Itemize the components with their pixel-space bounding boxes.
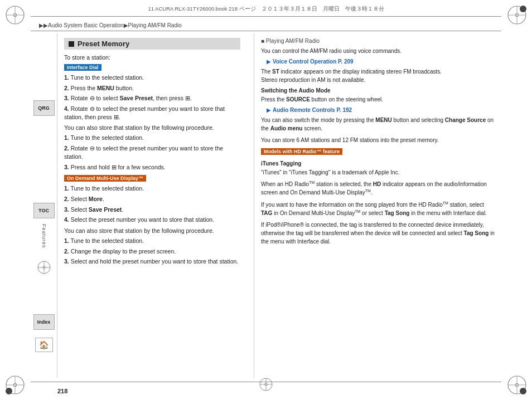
svg-point-13 (6, 388, 12, 394)
left-column: Preset Memory To store a station: Interf… (57, 33, 247, 378)
corner-decoration-br (506, 374, 528, 396)
interface-dial-badge: Interface Dial (64, 64, 101, 71)
link-arrow-icon: ▶ (267, 58, 271, 65)
home-icon-btn[interactable]: 🏠 (35, 338, 53, 352)
header-divider (31, 31, 501, 31)
file-info-text: 11 ACURA RLX-31TY26000.book 218 ページ ２０１３… (148, 6, 384, 12)
step-od-1: 1. Tune to the selected station. (64, 184, 240, 193)
sidebar-qrg-btn[interactable]: QRG (33, 100, 55, 116)
left-sidebar: QRG TOC Features Index 🏠 (31, 33, 57, 378)
voice-control-link[interactable]: ▶ Voice Control Operation P. 209 (267, 58, 495, 65)
step-also-3: 3. Press and hold ⊞ for a few seconds. (64, 163, 240, 172)
step-also2-2: 2. Change the display to the preset scre… (64, 247, 240, 256)
step-id-1: 1. Tune to the selected station. (64, 74, 240, 82)
audio-remote-link[interactable]: ▶ Audio Remote Controls P. 192 (267, 107, 495, 113)
also-text-1: You can also store that station by the f… (64, 124, 240, 131)
on-demand-badge: On Demand Multi-Use Display™ (64, 175, 146, 182)
step-od-4: 4. Select the preset number you want to … (64, 216, 240, 224)
step-od-2: 2. Select More. (64, 195, 240, 203)
corner-decoration-bl (4, 374, 26, 396)
step-also-1: 1. Tune to the selected station. (64, 134, 240, 142)
itunes-para3: If you want to have the information on t… (261, 201, 495, 218)
breadcrumb: ▶▶Audio System Basic Operation▶Playing A… (39, 22, 182, 28)
right-para1: You can control the AM/FM radio using vo… (261, 47, 495, 55)
heading-square-icon (69, 41, 74, 47)
center-bottom-crosshair (258, 377, 274, 393)
hd-radio-badge: Models with HD Radio™ feature (261, 148, 342, 155)
page-number: 218 (57, 388, 67, 394)
right-para5: You can store 6 AM stations and 12 FM st… (261, 136, 495, 144)
corner-decoration-tl (4, 4, 26, 26)
crosshair-icon (36, 260, 52, 275)
intro-text: To store a station: (64, 54, 240, 61)
svg-point-8 (520, 6, 526, 12)
sidebar-toc-btn[interactable]: TOC (33, 203, 55, 218)
svg-point-18 (520, 388, 526, 394)
link-arrow-icon2: ▶ (267, 107, 271, 113)
right-column: ■ Playing AM/FM Radio You can control th… (254, 33, 501, 378)
voice-control-link-text: Voice Control Operation P. 209 (273, 58, 354, 65)
step-also-2: 2. Rotate ⊖ to select the preset number … (64, 144, 240, 160)
step-also2-1: 1. Tune to the selected station. (64, 237, 240, 245)
itunes-para1: "iTunes" in "iTunes Tagging" is a tradem… (261, 168, 495, 177)
corner-decoration-tr (506, 4, 528, 26)
preset-memory-heading: Preset Memory (64, 38, 240, 50)
right-col-heading: ■ Playing AM/FM Radio (261, 38, 495, 44)
right-para2a: The ST indicator appears on the display … (261, 67, 495, 84)
step-id-4: 4. Rotate ⊖ to select the preset number … (64, 105, 240, 121)
file-info-bar: 11 ACURA RLX-31TY26000.book 218 ページ ２０１３… (31, 6, 501, 17)
step-id-2: 2. Press the MENU button. (64, 84, 240, 92)
audio-remote-link-text: Audio Remote Controls P. 192 (273, 107, 352, 113)
right-para3: Press the SOURCE button on the steering … (261, 95, 495, 104)
right-para4: You can also switch the mode by pressing… (261, 116, 495, 133)
also-text-2: You can also store that station by the f… (64, 227, 240, 234)
step-od-3: 3. Select Save Preset. (64, 206, 240, 214)
sidebar-features-label: Features (41, 224, 47, 248)
sidebar-index-btn[interactable]: Index (33, 314, 55, 330)
itunes-para4: If iPod®/iPhone® is connected, the tag i… (261, 221, 495, 246)
itunes-para2: When an HD RadioTM station is selected, … (261, 180, 495, 197)
main-content: Preset Memory To store a station: Interf… (57, 33, 501, 378)
itunes-tagging-heading: iTunes Tagging (261, 160, 495, 167)
step-also2-3: 3. Select and hold the preset number you… (64, 257, 240, 266)
switching-audio-mode-heading: Switching the Audio Mode (261, 87, 495, 94)
step-id-3: 3. Rotate ⊖ to select Save Preset, then … (64, 94, 240, 103)
